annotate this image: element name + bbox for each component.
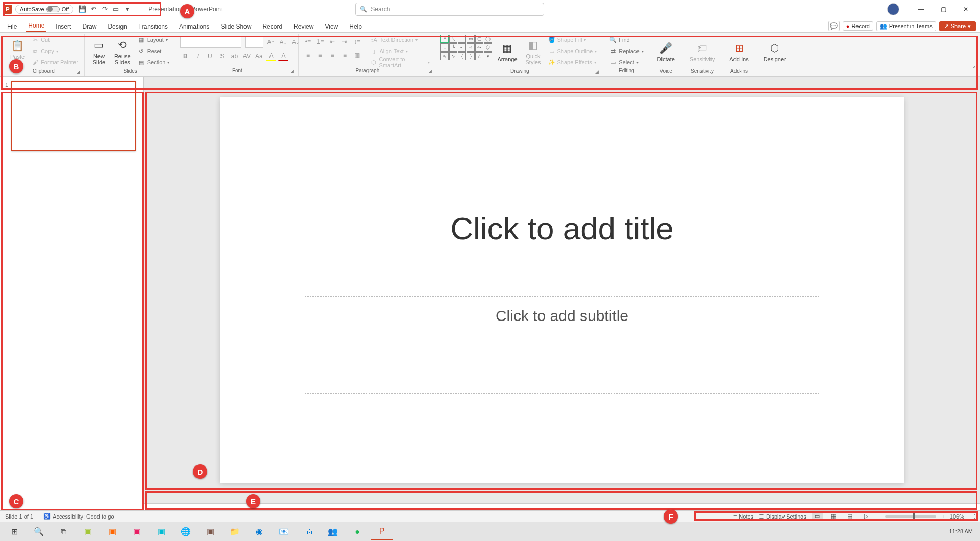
shape-effects-button[interactable]: ✨Shape Effects▾	[546, 57, 599, 67]
present-icon[interactable]: ▭	[110, 4, 121, 15]
text-direction-button[interactable]: ↕AText Direction▾	[368, 35, 432, 45]
save-icon[interactable]: 💾	[77, 4, 88, 15]
slide-canvas[interactable]: Click to add title Click to add subtitle	[220, 97, 904, 483]
shape-more-icon[interactable]: ▾	[484, 52, 492, 60]
shape-curve-icon[interactable]: ∿	[440, 52, 449, 60]
autosave-toggle[interactable]: AutoSave Off	[15, 5, 74, 14]
taskbar-chrome-icon[interactable]: 🌐	[175, 523, 197, 540]
normal-view-button[interactable]: ▭	[812, 512, 823, 521]
reset-button[interactable]: ↺Reset	[136, 46, 172, 56]
shape-line-icon[interactable]: ＼	[449, 35, 457, 43]
search-input[interactable]: 🔍 Search	[355, 3, 544, 16]
highlight-button[interactable]: A	[266, 51, 276, 61]
slide-counter[interactable]: Slide 1 of 1	[5, 513, 33, 520]
tab-insert[interactable]: Insert	[54, 22, 73, 32]
clipboard-launcher[interactable]: ◢	[77, 69, 80, 75]
layout-button[interactable]: ▦Layout▾	[136, 35, 172, 45]
redo-icon[interactable]: ↷	[99, 4, 110, 15]
tab-review[interactable]: Review	[291, 22, 315, 32]
reuse-slides-button[interactable]: ⟲Reuse Slides	[111, 35, 134, 68]
font-launcher[interactable]: ◢	[290, 69, 294, 74]
arrange-button[interactable]: ▦Arrange	[494, 35, 520, 68]
display-settings-button[interactable]: 🖵Display Settings	[758, 513, 806, 520]
italic-button[interactable]: I	[192, 51, 203, 61]
shape-oval-icon[interactable]: ◯	[484, 35, 492, 43]
comments-button[interactable]: 💬	[828, 21, 840, 31]
increase-indent-button[interactable]: ⇥	[339, 37, 350, 47]
paragraph-launcher[interactable]: ◢	[428, 69, 432, 74]
sensitivity-button[interactable]: 🏷Sensitivity	[687, 35, 718, 68]
notes-toggle-button[interactable]: ≡Notes	[733, 513, 753, 520]
taskbar-app-4[interactable]: ▣	[150, 523, 173, 540]
shape-roundrect-icon[interactable]: ▢	[475, 35, 483, 43]
decrease-indent-button[interactable]: ⇤	[327, 37, 337, 47]
fit-window-button[interactable]: ⛶	[969, 513, 975, 520]
shape-arrowbi-icon[interactable]: ⇔	[475, 43, 483, 52]
bold-button[interactable]: B	[180, 51, 190, 61]
format-painter-button[interactable]: 🖌Format Painter	[30, 57, 80, 67]
strike-button[interactable]: S	[217, 51, 227, 61]
close-button[interactable]: ✕	[954, 2, 977, 17]
shape-brace2-icon[interactable]: }	[467, 52, 475, 60]
case-button[interactable]: Aa	[254, 51, 264, 61]
collapse-ribbon-button[interactable]: ˄	[973, 66, 976, 73]
convert-smartart-button[interactable]: ⬡Convert to SmartArt▾	[368, 57, 432, 67]
copy-button[interactable]: ⧉Copy▾	[30, 46, 80, 56]
canvas-area[interactable]: Click to add title Click to add subtitle	[144, 77, 980, 503]
slideshow-view-button[interactable]: ▷	[861, 512, 872, 521]
align-text-button[interactable]: ▯Align Text▾	[368, 46, 432, 56]
shape-arrow-icon[interactable]: ↓	[440, 43, 449, 52]
select-button[interactable]: ▭Select▾	[607, 57, 645, 67]
align-right-button[interactable]: ≡	[327, 50, 337, 60]
find-button[interactable]: 🔍Find	[607, 35, 645, 45]
taskbar-teams-icon[interactable]: 👥	[322, 523, 344, 540]
undo-icon[interactable]: ↶	[88, 4, 99, 15]
dictate-button[interactable]: 🎤Dictate	[654, 35, 678, 68]
customize-qat-icon[interactable]: ▾	[121, 4, 133, 15]
taskbar-app-2[interactable]: ▣	[101, 523, 124, 540]
underline-button[interactable]: U	[205, 51, 215, 61]
numbering-button[interactable]: 1≡	[315, 37, 325, 47]
zoom-out-button[interactable]: −	[877, 513, 880, 520]
tab-transitions[interactable]: Transitions	[136, 22, 170, 32]
shapes-gallery[interactable]: A ＼ ─ ▭ ▢ ◯ ↓ └ ┐ ⇨ ⇔ ⬡ ∿ ∿ { } ☆ ▾	[440, 35, 492, 60]
shape-rect-icon[interactable]: ▭	[467, 35, 475, 43]
shape-hex-icon[interactable]: ⬡	[484, 43, 492, 52]
section-button[interactable]: ▤Section▾	[136, 57, 172, 67]
taskbar-clock[interactable]: 11:28 AM	[949, 528, 977, 534]
taskbar-app-3[interactable]: ▣	[126, 523, 148, 540]
shape-fill-button[interactable]: 🪣Shape Fill▾	[546, 35, 599, 45]
font-color-button[interactable]: A	[278, 51, 288, 61]
increase-font-icon[interactable]: A↑	[265, 37, 276, 47]
taskbar-app-5[interactable]: ▣	[199, 523, 222, 540]
tab-slideshow[interactable]: Slide Show	[218, 22, 253, 32]
task-view-icon[interactable]: ⧉	[52, 523, 75, 540]
shape-arrowr-icon[interactable]: ⇨	[467, 43, 475, 52]
line-spacing-button[interactable]: ↕≡	[352, 37, 362, 47]
present-teams-button[interactable]: 👥Present in Teams	[876, 21, 936, 31]
profile-avatar[interactable]	[887, 3, 899, 15]
font-name-combo[interactable]	[180, 37, 241, 48]
tab-design[interactable]: Design	[106, 22, 129, 32]
tab-help[interactable]: Help	[347, 22, 364, 32]
taskbar-app-1[interactable]: ▣	[77, 523, 99, 540]
accessibility-status[interactable]: ♿Accessibility: Good to go	[43, 513, 114, 520]
font-size-combo[interactable]	[245, 37, 263, 48]
tab-animations[interactable]: Animations	[177, 22, 211, 32]
shape-free-icon[interactable]: ∿	[449, 52, 457, 60]
shape-line2-icon[interactable]: ─	[458, 35, 466, 43]
zoom-slider[interactable]	[885, 515, 936, 518]
reading-view-button[interactable]: ▤	[844, 512, 855, 521]
shape-elbow-icon[interactable]: ┐	[458, 43, 466, 52]
taskbar-outlook-icon[interactable]: 📧	[273, 523, 295, 540]
sorter-view-button[interactable]: ▦	[828, 512, 839, 521]
minimize-button[interactable]: —	[910, 2, 932, 17]
bullets-button[interactable]: •≡	[303, 37, 313, 47]
taskbar-spotify-icon[interactable]: ●	[346, 523, 369, 540]
align-center-button[interactable]: ≡	[315, 50, 325, 60]
drawing-launcher[interactable]: ◢	[595, 69, 599, 75]
thumbnail-panel[interactable]: 1	[0, 77, 144, 522]
new-slide-button[interactable]: ▭New Slide	[89, 35, 109, 68]
tab-home[interactable]: Home	[26, 21, 46, 32]
shape-outline-button[interactable]: ▭Shape Outline▾	[546, 46, 599, 56]
